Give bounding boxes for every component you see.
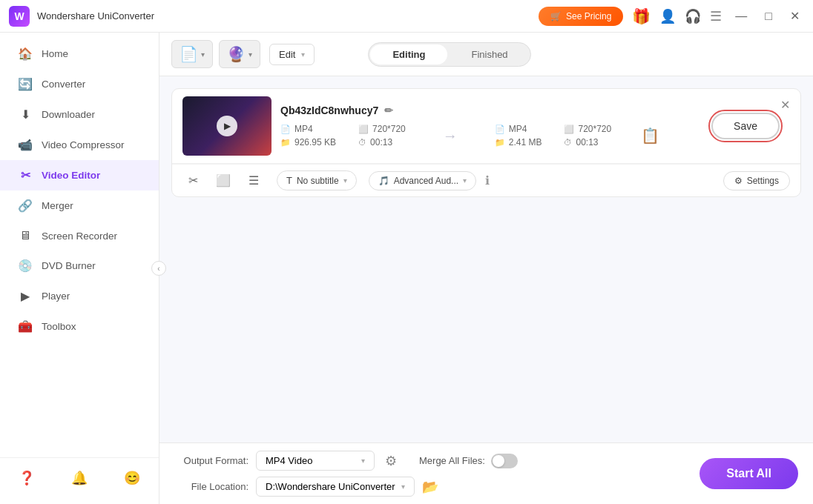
audio-label: Advanced Aud... [394, 176, 458, 186]
content-area: 📄 ▾ 🔮 ▾ Edit ▾ Editing Finished ✕ [159, 33, 813, 504]
see-pricing-button[interactable]: 🛒 See Pricing [539, 7, 623, 26]
sidebar-item-player[interactable]: ▶ Player [0, 281, 159, 311]
video-list: ✕ ▶ Qb43zIdC8nwhucy7 ✏ [159, 76, 813, 442]
feedback-icon[interactable]: 😊 [119, 465, 145, 491]
sidebar-item-video-compressor[interactable]: 📹 Video Compressor [0, 130, 159, 160]
output-resolution-icon: ⬜ [564, 125, 574, 134]
settings-label: Settings [747, 176, 779, 186]
source-size: 926.95 KB [294, 137, 336, 147]
close-button[interactable]: ✕ [786, 7, 804, 24]
source-format: MP4 [294, 124, 313, 134]
arrow-section: → [428, 127, 473, 145]
arrow-right-icon: → [443, 127, 458, 145]
location-select-chevron: ▾ [401, 483, 405, 491]
edit-dropdown[interactable]: Edit ▾ [269, 44, 315, 65]
filename-edit-icon[interactable]: ✏ [384, 105, 393, 116]
output-clock-icon: ⏱ [564, 138, 572, 147]
title-bar: W Wondershare UniConverter 🛒 See Pricing… [0, 0, 813, 33]
sidebar-item-video-editor[interactable]: ✂ Video Editor [0, 160, 159, 190]
effects-button[interactable]: ☰ [243, 170, 265, 190]
home-icon: 🏠 [18, 47, 33, 61]
sidebar-item-dvd-burner[interactable]: 💿 DVD Burner [0, 251, 159, 281]
maximize-button[interactable]: □ [760, 8, 777, 24]
output-file-icon: 📄 [495, 125, 505, 134]
source-resolution-item: ⬜ 720*720 [358, 124, 406, 134]
output-duration-item: ⏱ 00:13 [564, 137, 611, 147]
output-meta-group: 📄 MP4 📁 2.41 MB [495, 124, 542, 147]
sidebar-item-converter[interactable]: 🔄 Converter [0, 69, 159, 99]
audio-chevron: ▾ [463, 176, 467, 185]
notification-icon[interactable]: 🔔 [67, 465, 92, 491]
sidebar-label-converter: Converter [42, 79, 85, 90]
sidebar-item-merger[interactable]: 🔗 Merger [0, 190, 159, 221]
output-format-select[interactable]: MP4 Video ▾ [256, 451, 375, 471]
gift-icon[interactable]: 🎁 [632, 7, 651, 25]
tab-editing[interactable]: Editing [370, 44, 447, 64]
source-size-item: 📁 926.95 KB [280, 137, 336, 147]
file-location-row: File Location: D:\Wondershare UniConvert… [174, 477, 685, 497]
help-icon[interactable]: ❓ [14, 465, 39, 491]
browse-folder-button[interactable]: 📂 [422, 479, 438, 495]
toolbox-icon: 🧰 [18, 319, 33, 334]
subtitle-icon: T [286, 175, 292, 186]
output-format-settings-icon[interactable]: ⚙ [385, 453, 397, 469]
add-file-group: 📄 ▾ 🔮 ▾ [171, 40, 260, 68]
bottom-bar: Output Format: MP4 Video ▾ ⚙ Merge All F… [159, 442, 813, 504]
minimize-button[interactable]: — [731, 8, 751, 24]
audio-dropdown[interactable]: 🎵 Advanced Aud... ▾ [369, 171, 476, 190]
info-button[interactable]: ℹ [482, 170, 493, 190]
user-icon[interactable]: 👤 [659, 8, 676, 24]
sidebar-item-home[interactable]: 🏠 Home [0, 39, 159, 69]
sidebar-item-toolbox[interactable]: 🧰 Toolbox [0, 311, 159, 342]
start-all-button[interactable]: Start All [700, 458, 798, 489]
clock-icon: ⏱ [358, 138, 366, 147]
file-location-select[interactable]: D:\Wondershare UniConverter ▾ [256, 477, 415, 497]
resolution-icon: ⬜ [358, 125, 369, 134]
sidebar-item-screen-recorder[interactable]: 🖥 Screen Recorder [0, 221, 159, 251]
source-duration-item: ⏱ 00:13 [358, 137, 406, 147]
headphone-icon[interactable]: 🎧 [685, 8, 701, 24]
folder-icon: 📁 [280, 138, 291, 147]
subtitle-dropdown[interactable]: T No subtitle ▾ [277, 170, 357, 190]
menu-icon[interactable]: ☰ [710, 8, 722, 24]
cut-button[interactable]: ✂ [182, 170, 204, 190]
app-logo: W [9, 6, 30, 27]
sidebar-item-downloader[interactable]: ⬇ Downloader [0, 99, 159, 130]
sidebar-bottom: ❓ 🔔 😊 [0, 457, 159, 498]
video-item-footer: ✂ ⬜ ☰ T No subtitle ▾ 🎵 Advanced Aud... … [172, 164, 800, 196]
tab-finished[interactable]: Finished [449, 43, 530, 66]
video-title-row: Qb43zIdC8nwhucy7 ✏ [280, 105, 702, 116]
save-button[interactable]: Save [711, 113, 780, 139]
sidebar-label-player: Player [42, 291, 70, 302]
output-meta-group2: ⬜ 720*720 ⏱ 00:13 [564, 124, 611, 147]
top-toolbar: 📄 ▾ 🔮 ▾ Edit ▾ Editing Finished [159, 33, 813, 76]
file-location-label: File Location: [174, 481, 248, 492]
output-format-value: MP4 Video [266, 455, 312, 466]
close-item-button[interactable]: ✕ [780, 98, 790, 112]
cart-icon: 🛒 [550, 11, 562, 21]
downloader-icon: ⬇ [18, 107, 33, 122]
play-button-thumb[interactable]: ▶ [217, 116, 237, 136]
output-format: MP4 [509, 124, 527, 134]
edit-label: Edit [279, 49, 295, 60]
merger-icon: 🔗 [18, 199, 33, 213]
video-item: ✕ ▶ Qb43zIdC8nwhucy7 ✏ [171, 88, 801, 197]
format-select-chevron: ▾ [361, 457, 365, 465]
sidebar-collapse-button[interactable]: ‹ [151, 261, 166, 276]
video-filename: Qb43zIdC8nwhucy7 [280, 105, 378, 116]
video-editor-icon: ✂ [18, 168, 33, 182]
file-location-value: D:\Wondershare UniConverter [266, 481, 395, 492]
file-settings-icon[interactable]: 📋 [641, 127, 659, 145]
crop-button[interactable]: ⬜ [210, 170, 237, 190]
add-video-button[interactable]: 📄 ▾ [171, 40, 213, 68]
source-meta-group2: ⬜ 720*720 ⏱ 00:13 [358, 124, 406, 147]
video-item-header: ▶ Qb43zIdC8nwhucy7 ✏ 📄 [172, 89, 800, 164]
merge-toggle-switch[interactable] [491, 454, 518, 468]
source-format-item: 📄 MP4 [280, 124, 336, 134]
settings-button[interactable]: ⚙ Settings [723, 171, 790, 190]
thumbnail-bg: ▶ [182, 96, 271, 156]
sidebar-label-toolbox: Toolbox [42, 321, 76, 332]
video-info: Qb43zIdC8nwhucy7 ✏ 📄 MP4 [280, 105, 702, 147]
add-menu-button[interactable]: 🔮 ▾ [219, 40, 260, 68]
converter-icon: 🔄 [18, 77, 33, 91]
